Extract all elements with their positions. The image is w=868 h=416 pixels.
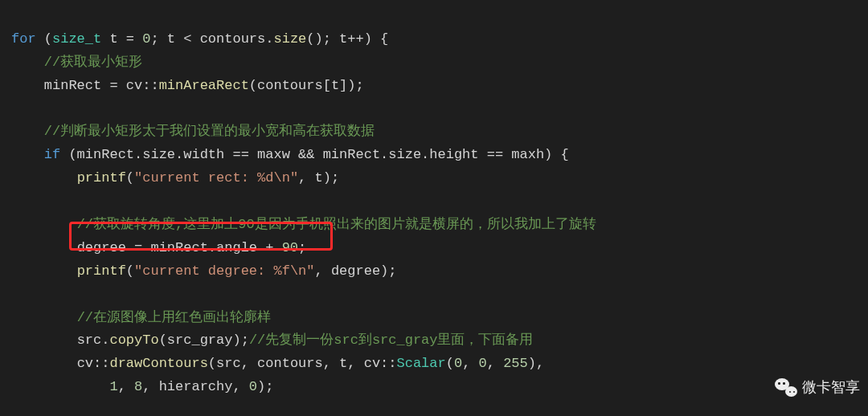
paren: ( xyxy=(36,31,52,47)
text: (); t++) { xyxy=(306,31,388,47)
literal-1: 1 xyxy=(109,379,117,394)
literal-0: 0 xyxy=(479,356,487,371)
text: (minRect.size.width == maxw && minRect.s… xyxy=(60,147,569,162)
comment: //在源图像上用红色画出轮廓样 xyxy=(77,310,271,325)
text: src. xyxy=(77,332,110,348)
call-minAreaRect: minAreaRect xyxy=(159,78,249,93)
text: ; t < contours. xyxy=(150,31,273,47)
keyword-for: for xyxy=(11,31,36,47)
indent xyxy=(11,240,77,255)
text: (src, contours, t, cv:: xyxy=(208,356,397,371)
paren: ( xyxy=(126,170,134,186)
text: , degree); xyxy=(314,263,396,279)
text: ), xyxy=(528,356,544,371)
indent xyxy=(11,356,77,371)
indent xyxy=(11,332,77,348)
comment-inline: //先复制一份src到src_gray里面，下面备用 xyxy=(249,332,534,348)
indent xyxy=(11,170,77,186)
text: , t); xyxy=(298,170,339,186)
call-copyTo: copyTo xyxy=(109,332,158,348)
string-literal: "current rect: %d\n" xyxy=(134,170,298,186)
literal-255: 255 xyxy=(503,356,528,371)
stmt-degree: degree = minRect.angle + xyxy=(77,240,282,255)
ns: cv:: xyxy=(77,356,110,371)
literal-0: 0 xyxy=(249,379,257,394)
text: minRect = cv:: xyxy=(11,78,159,93)
comma: , xyxy=(118,379,134,394)
comma: , xyxy=(487,356,503,371)
comment: //判断最小矩形太于我们设置的最小宽和高在获取数据 xyxy=(44,124,375,139)
call-size: size xyxy=(273,31,306,47)
literal-8: 8 xyxy=(134,379,142,394)
paren: ( xyxy=(126,263,134,279)
code-block: for (size_t t = 0; t < contours.size(); … xyxy=(11,5,868,399)
indent xyxy=(11,379,109,394)
text: (contours[t]); xyxy=(249,78,364,93)
literal-0: 0 xyxy=(454,356,462,371)
semi: ; xyxy=(298,240,306,255)
keyword-if: if xyxy=(44,147,60,162)
comment: //获取最小矩形 xyxy=(44,55,142,70)
paren: ( xyxy=(446,356,454,371)
text: t = xyxy=(101,31,142,47)
literal-90: 90 xyxy=(282,240,298,255)
call-drawContours: drawContours xyxy=(109,356,207,371)
wechat-icon xyxy=(775,378,797,397)
text: , hierarchy, xyxy=(142,379,249,394)
call-printf: printf xyxy=(77,263,126,279)
watermark-text: 微卡智享 xyxy=(802,375,860,400)
call-printf: printf xyxy=(77,170,126,186)
text: (src_gray); xyxy=(159,332,249,348)
watermark: 微卡智享 xyxy=(775,375,860,400)
literal-0: 0 xyxy=(142,31,150,47)
type-Scalar: Scalar xyxy=(397,356,446,371)
comma: , xyxy=(462,356,478,371)
string-literal: "current degree: %f\n" xyxy=(134,263,314,279)
type-size_t: size_t xyxy=(52,31,101,47)
text: ); xyxy=(257,379,273,394)
comment: //获取旋转角度,这里加上90是因为手机照出来的图片就是横屏的，所以我加上了旋转 xyxy=(77,217,596,232)
indent xyxy=(11,263,77,279)
